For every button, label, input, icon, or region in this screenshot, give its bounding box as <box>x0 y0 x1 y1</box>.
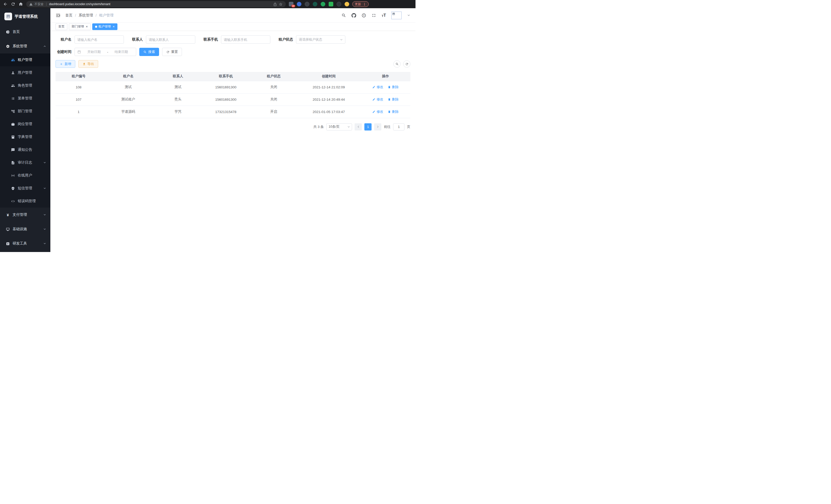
tab-dept[interactable]: 部门管理 × <box>69 23 91 30</box>
extension-icon-3[interactable] <box>305 2 309 6</box>
user-icon <box>11 71 15 75</box>
sidebar-item-user[interactable]: 用户管理 <box>0 66 50 79</box>
avatar-dropdown-chevron-icon[interactable] <box>407 13 410 17</box>
sidebar-item-label: 短信管理 <box>18 186 32 190</box>
github-icon[interactable] <box>351 13 356 18</box>
table-row: 1 芋道源码 芋艿 17321315478 开启 2021-01-05 17:0… <box>56 106 410 118</box>
mobile-input[interactable] <box>221 35 270 44</box>
export-button[interactable]: 导出 <box>78 60 98 68</box>
extension-icon-1[interactable]: 10 <box>289 2 293 6</box>
tab-home[interactable]: 首页 <box>56 23 67 30</box>
table-header-row: 租户编号 租户名 联系人 联系手机 租户状态 创建时间 操作 <box>56 72 410 81</box>
sidebar-item-system[interactable]: 系统管理 <box>0 39 50 53</box>
cell-tenant-id: 108 <box>56 81 102 93</box>
reset-button[interactable]: 重置 <box>162 48 182 56</box>
prev-page-button[interactable] <box>354 123 362 130</box>
toggle-search-button[interactable] <box>393 60 401 67</box>
app-logo-block[interactable]: 芋道管理系统 <box>0 8 50 25</box>
table-row: 107 测试租户 秃头 15601691300 关闭 2021-12-14 20… <box>56 93 410 106</box>
search-icon <box>396 62 399 66</box>
delete-button[interactable]: 删除 <box>388 97 399 102</box>
sidebar-item-payment[interactable]: ¥ 支付管理 <box>0 208 50 222</box>
page-number-button[interactable]: 1 <box>364 123 372 130</box>
breadcrumb-system[interactable]: 系统管理 <box>79 13 93 18</box>
fullscreen-icon[interactable] <box>372 13 376 18</box>
close-icon[interactable]: × <box>86 25 88 28</box>
extension-icon-6[interactable] <box>328 2 333 6</box>
status-select[interactable]: 请选择租户状态 <box>296 35 345 44</box>
sidebar-item-dict[interactable]: 字典管理 <box>0 130 50 143</box>
tenant-name-input[interactable] <box>75 35 124 44</box>
edit-button[interactable]: 修改 <box>372 97 383 102</box>
date-range-picker[interactable]: 开始日期 - 结束日期 <box>75 48 136 56</box>
search-icon[interactable] <box>342 13 346 18</box>
chevron-down-icon <box>43 187 46 190</box>
sidebar-item-dev-tools[interactable]: 研发工具 <box>0 236 50 251</box>
user-avatar[interactable] <box>391 11 402 19</box>
cell-status: 开启 <box>251 106 297 118</box>
next-page-button[interactable] <box>374 123 381 130</box>
refresh-icon <box>166 50 170 54</box>
page-size-select[interactable]: 10条/页 <box>326 123 352 130</box>
edit-button[interactable]: 修改 <box>372 110 383 114</box>
cell-contact: 测试 <box>155 81 201 93</box>
post-briefcase-icon <box>11 122 15 126</box>
sidebar-item-audit-log[interactable]: 审计日志 <box>0 156 50 169</box>
browser-update-button[interactable]: 更新 <box>352 1 369 7</box>
tenant-users-icon <box>11 58 15 62</box>
share-icon[interactable] <box>273 2 277 6</box>
sidebar-item-error-code[interactable]: 错误码管理 <box>0 195 50 208</box>
header-actions: ? TT <box>342 11 410 19</box>
tab-tenant[interactable]: 租户管理 × <box>92 23 118 30</box>
breadcrumb-separator: / <box>75 13 76 18</box>
extension-icon-2[interactable] <box>297 2 302 6</box>
browser-home-icon[interactable] <box>19 2 23 6</box>
goto-page-input[interactable] <box>393 123 404 130</box>
cell-tenant-id: 107 <box>56 93 102 106</box>
column-header: 租户状态 <box>251 72 297 81</box>
extension-icon-5[interactable] <box>321 2 325 6</box>
sidebar-item-tenant[interactable]: 租户管理 <box>0 53 50 66</box>
column-header: 操作 <box>361 72 410 81</box>
chevron-down-icon <box>43 213 46 216</box>
delete-button[interactable]: 删除 <box>388 110 399 114</box>
sidebar-item-role[interactable]: 角色管理 <box>0 79 50 92</box>
profile-avatar-icon[interactable] <box>345 2 349 6</box>
calendar-icon <box>77 50 81 54</box>
dashboard-icon <box>6 30 10 34</box>
tenant-table: 租户编号 租户名 联系人 联系手机 租户状态 创建时间 操作 108 测试 测试 <box>56 72 410 118</box>
bookmark-star-icon[interactable] <box>279 2 283 6</box>
edit-button[interactable]: 修改 <box>372 85 383 89</box>
sidebar-item-menu[interactable]: 菜单管理 <box>0 92 50 105</box>
browser-back-icon[interactable] <box>3 2 8 6</box>
trash-icon <box>388 98 391 101</box>
close-icon[interactable]: × <box>113 25 115 28</box>
sidebar-item-label: 支付管理 <box>12 212 27 217</box>
extension-icon-4[interactable] <box>313 2 317 6</box>
extension-icon-7[interactable] <box>337 2 341 6</box>
not-secure-label: 不安全 <box>34 2 44 6</box>
sidebar-item-infrastructure[interactable]: 基础设施 <box>0 222 50 236</box>
address-bar[interactable]: 不安全 dashboard.yudao.iocoder.cn/system/te… <box>26 1 286 7</box>
browser-refresh-icon[interactable] <box>11 2 16 6</box>
breadcrumb-home[interactable]: 首页 <box>65 13 73 18</box>
refresh-table-button[interactable] <box>403 60 410 67</box>
sidebar-item-home[interactable]: 首页 <box>0 25 50 39</box>
sidebar-item-label: 研发工具 <box>12 241 27 246</box>
sidebar-item-post[interactable]: 岗位管理 <box>0 118 50 130</box>
browser-menu-kebab-icon[interactable] <box>363 3 366 6</box>
sidebar-item-online-user[interactable]: 在线用户 <box>0 169 50 182</box>
contact-input[interactable] <box>146 35 195 44</box>
add-button[interactable]: 新增 <box>56 60 75 68</box>
sidebar-item-notice[interactable]: 通知公告 <box>0 143 50 156</box>
sidebar-item-sms[interactable]: 短信管理 <box>0 182 50 195</box>
help-icon[interactable]: ? <box>362 13 366 18</box>
sidebar-item-dept[interactable]: 部门管理 <box>0 105 50 118</box>
pencil-icon <box>372 98 375 101</box>
cell-tenant-name: 芋道源码 <box>102 106 155 118</box>
sidebar-collapse-icon[interactable] <box>56 13 61 18</box>
delete-button[interactable]: 删除 <box>388 85 399 89</box>
search-button[interactable]: 搜索 <box>139 48 159 56</box>
font-size-icon[interactable]: TT <box>381 13 386 18</box>
sidebar-item-label: 菜单管理 <box>18 96 32 101</box>
